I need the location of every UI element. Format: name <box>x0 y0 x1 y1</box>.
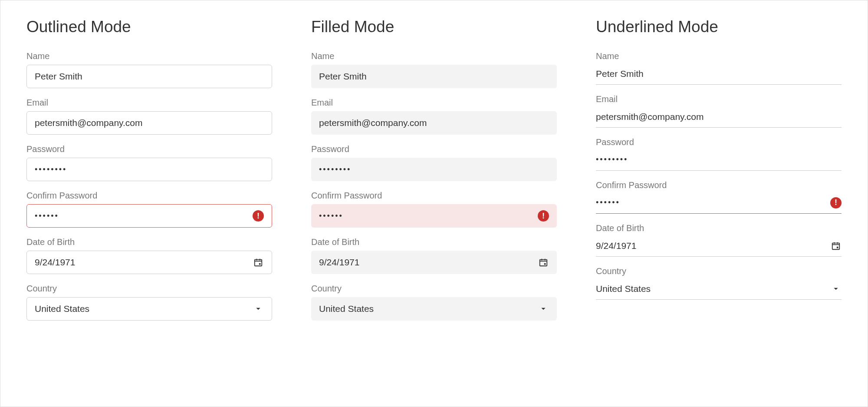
svg-rect-9 <box>544 263 546 265</box>
dob-value: 9/24/1971 <box>596 241 830 251</box>
email-value: petersmith@company.com <box>319 118 549 128</box>
filled-dob-group: Date of Birth 9/24/1971 <box>311 237 557 274</box>
outlined-email-group: Email petersmith@company.com <box>26 98 272 135</box>
confirm-password-label: Confirm Password <box>311 191 557 201</box>
svg-rect-5 <box>540 260 547 266</box>
name-value: Peter Smith <box>319 71 549 82</box>
password-input[interactable]: •••••••• <box>596 151 842 171</box>
email-value: petersmith@company.com <box>596 112 842 122</box>
confirm-password-value: •••••• <box>35 212 253 221</box>
outlined-name-group: Name Peter Smith <box>26 51 272 88</box>
outlined-country-group: Country United States <box>26 284 272 321</box>
dob-input[interactable]: 9/24/1971 <box>596 237 842 257</box>
email-input[interactable]: petersmith@company.com <box>596 108 842 128</box>
outlined-dob-group: Date of Birth 9/24/1971 <box>26 237 272 274</box>
outlined-confirm-group: Confirm Password •••••• ! <box>26 191 272 228</box>
filled-country-group: Country United States <box>311 284 557 321</box>
form-modes-container: Outlined Mode Name Peter Smith Email pet… <box>0 0 868 407</box>
name-value: Peter Smith <box>35 71 264 82</box>
calendar-icon[interactable] <box>538 257 549 268</box>
confirm-password-input[interactable]: •••••• ! <box>26 204 272 228</box>
filled-name-group: Name Peter Smith <box>311 51 557 88</box>
error-icon: ! <box>830 197 842 208</box>
password-value: •••••••• <box>35 165 264 174</box>
name-value: Peter Smith <box>596 69 842 79</box>
chevron-down-icon <box>253 303 264 314</box>
chevron-down-icon <box>538 303 549 314</box>
calendar-icon[interactable] <box>830 240 842 251</box>
country-select[interactable]: United States <box>311 297 557 321</box>
confirm-password-input[interactable]: •••••• ! <box>596 194 842 214</box>
underlined-column: Underlined Mode Name Peter Smith Email p… <box>596 18 842 389</box>
name-label: Name <box>596 51 842 61</box>
outlined-title: Outlined Mode <box>26 18 272 36</box>
underlined-confirm-group: Confirm Password •••••• ! <box>596 180 842 214</box>
underlined-country-group: Country United States <box>596 266 842 300</box>
password-label: Password <box>26 144 272 154</box>
underlined-title: Underlined Mode <box>596 18 842 36</box>
country-label: Country <box>26 284 272 294</box>
filled-email-group: Email petersmith@company.com <box>311 98 557 135</box>
chevron-down-icon <box>830 283 842 294</box>
email-value: petersmith@company.com <box>35 118 264 128</box>
password-label: Password <box>596 137 842 147</box>
name-label: Name <box>311 51 557 61</box>
dob-value: 9/24/1971 <box>319 257 538 268</box>
svg-rect-10 <box>832 243 840 249</box>
filled-password-group: Password •••••••• <box>311 144 557 181</box>
dob-label: Date of Birth <box>26 237 272 247</box>
email-label: Email <box>596 94 842 104</box>
confirm-password-value: •••••• <box>319 212 538 221</box>
dob-label: Date of Birth <box>596 223 842 233</box>
calendar-icon[interactable] <box>253 257 264 268</box>
filled-confirm-group: Confirm Password •••••• ! <box>311 191 557 228</box>
confirm-password-label: Confirm Password <box>596 180 842 190</box>
country-value: United States <box>35 304 253 314</box>
underlined-dob-group: Date of Birth 9/24/1971 <box>596 223 842 257</box>
dob-input[interactable]: 9/24/1971 <box>26 251 272 274</box>
password-label: Password <box>311 144 557 154</box>
country-value: United States <box>319 304 538 314</box>
country-label: Country <box>596 266 842 276</box>
underlined-name-group: Name Peter Smith <box>596 51 842 85</box>
svg-rect-0 <box>255 260 262 266</box>
filled-title: Filled Mode <box>311 18 557 36</box>
outlined-column: Outlined Mode Name Peter Smith Email pet… <box>26 18 272 389</box>
confirm-password-input[interactable]: •••••• ! <box>311 204 557 228</box>
password-value: •••••••• <box>596 155 842 164</box>
name-label: Name <box>26 51 272 61</box>
dob-input[interactable]: 9/24/1971 <box>311 251 557 274</box>
confirm-password-value: •••••• <box>596 198 830 207</box>
email-label: Email <box>311 98 557 108</box>
outlined-password-group: Password •••••••• <box>26 144 272 181</box>
underlined-password-group: Password •••••••• <box>596 137 842 171</box>
email-input[interactable]: petersmith@company.com <box>26 111 272 135</box>
email-input[interactable]: petersmith@company.com <box>311 111 557 135</box>
dob-label: Date of Birth <box>311 237 557 247</box>
password-value: •••••••• <box>319 165 549 174</box>
password-input[interactable]: •••••••• <box>311 158 557 181</box>
country-value: United States <box>596 284 830 294</box>
underlined-email-group: Email petersmith@company.com <box>596 94 842 128</box>
error-icon: ! <box>538 210 549 222</box>
name-input[interactable]: Peter Smith <box>311 65 557 88</box>
dob-value: 9/24/1971 <box>35 257 253 268</box>
country-select[interactable]: United States <box>596 280 842 300</box>
email-label: Email <box>26 98 272 108</box>
svg-rect-4 <box>259 263 261 265</box>
error-icon: ! <box>253 210 264 222</box>
country-label: Country <box>311 284 557 294</box>
filled-column: Filled Mode Name Peter Smith Email peter… <box>311 18 557 389</box>
password-input[interactable]: •••••••• <box>26 158 272 181</box>
country-select[interactable]: United States <box>26 297 272 321</box>
svg-rect-14 <box>837 246 838 248</box>
name-input[interactable]: Peter Smith <box>596 65 842 85</box>
confirm-password-label: Confirm Password <box>26 191 272 201</box>
name-input[interactable]: Peter Smith <box>26 65 272 88</box>
